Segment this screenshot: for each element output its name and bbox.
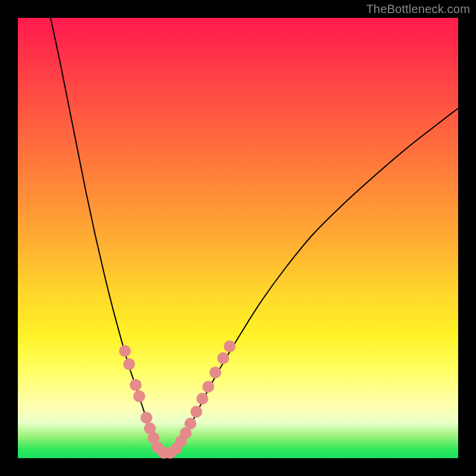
- marker-point: [123, 358, 135, 370]
- marker-point: [196, 393, 208, 405]
- marker-point: [119, 345, 131, 357]
- marker-point: [184, 418, 196, 430]
- marker-point: [217, 352, 229, 364]
- chart-frame: TheBottleneck.com: [0, 0, 476, 476]
- curve-markers: [119, 340, 236, 459]
- marker-point: [224, 340, 236, 352]
- curve-layer: [18, 18, 458, 458]
- series-left-branch: [51, 18, 161, 452]
- plot-area: [18, 18, 458, 458]
- series-right-branch: [173, 108, 458, 452]
- v-curve: [51, 18, 458, 454]
- marker-point: [190, 406, 202, 418]
- marker-point: [202, 381, 214, 393]
- watermark-text: TheBottleneck.com: [366, 2, 470, 16]
- marker-point: [209, 367, 221, 378]
- marker-point: [130, 379, 142, 391]
- marker-point: [140, 412, 152, 424]
- marker-point: [133, 390, 145, 402]
